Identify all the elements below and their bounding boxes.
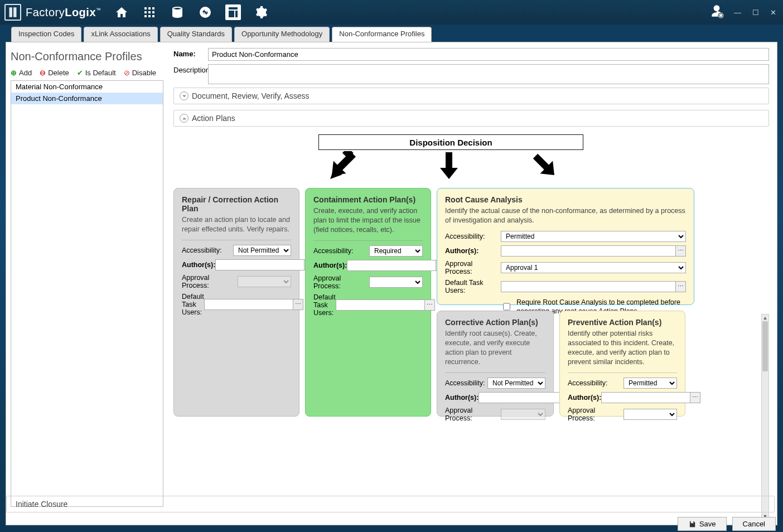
- section-action-plans[interactable]: Action Plans: [173, 110, 769, 127]
- app-logo: [4, 4, 21, 21]
- arrow-sw-icon: [327, 151, 356, 180]
- tab-opportunity-methodology[interactable]: Opportunity Methodology: [234, 27, 330, 42]
- card-corrective: Corrective Action Plan(s) Identify root …: [437, 311, 554, 417]
- corrective-accessibility-select[interactable]: Not Permitted: [487, 378, 545, 389]
- user-status-icon[interactable]: [709, 4, 724, 21]
- chevron-down-icon: [180, 91, 188, 100]
- card-repair: Repair / Correction Action Plan Create a…: [173, 188, 299, 417]
- corrective-approval-select[interactable]: [501, 409, 545, 420]
- list-item[interactable]: Product Non-Conformance: [11, 93, 163, 104]
- gear-icon[interactable]: [253, 4, 269, 20]
- rootcause-approval-select[interactable]: Approval 1: [501, 262, 686, 273]
- preventive-accessibility-select[interactable]: Permitted: [624, 378, 677, 389]
- containment-approval-select[interactable]: [369, 277, 423, 288]
- containment-authors-input[interactable]: [347, 260, 436, 271]
- left-toolbar: ⊕Add ⊖Delete ✔Is Default ⊘Disable: [11, 69, 163, 77]
- brand-text: FactoryLogix™: [26, 6, 102, 19]
- desc-label: Description:: [173, 64, 208, 74]
- rootcause-accessibility-select[interactable]: Permitted: [501, 231, 686, 242]
- delete-button[interactable]: ⊖Delete: [40, 69, 69, 77]
- picker-icon[interactable]: ⋯: [676, 281, 686, 292]
- name-label: Name:: [173, 48, 208, 58]
- picker-icon[interactable]: ⋯: [293, 299, 303, 310]
- section-document[interactable]: Document, Review, Verify, Assess: [173, 88, 769, 104]
- card-preventive: Preventive Action Plan(s) Identify other…: [559, 311, 685, 417]
- arrow-se-icon: [530, 151, 559, 180]
- page-title: Non-Conformance Profiles: [11, 50, 163, 63]
- repair-accessibility-select[interactable]: Not Permitted: [233, 245, 291, 256]
- tab-inspection-codes[interactable]: Inspection Codes: [11, 27, 81, 42]
- list-item[interactable]: Material Non-Conformance: [11, 81, 163, 93]
- card-title: Corrective Action Plan(s): [445, 318, 545, 327]
- add-button[interactable]: ⊕Add: [11, 69, 32, 77]
- card-title: Root Cause Analysis: [445, 195, 686, 204]
- chevron-up-icon: [180, 114, 188, 123]
- profile-list: Material Non-ConformanceProduct Non-Conf…: [11, 80, 163, 507]
- save-icon: [688, 520, 696, 525]
- picker-icon[interactable]: ⋯: [425, 299, 435, 311]
- card-containment: Containment Action Plan(s) Create, execu…: [305, 188, 431, 417]
- rootcause-authors-input[interactable]: [501, 245, 676, 257]
- close-window-button[interactable]: ✕: [768, 7, 779, 18]
- svg-rect-6: [446, 152, 452, 169]
- title-bar: FactoryLogix™ — ☐ ✕: [0, 0, 783, 25]
- preventive-approval-select[interactable]: [624, 409, 677, 420]
- save-button[interactable]: Save: [678, 517, 727, 525]
- picker-icon[interactable]: ⋯: [690, 392, 700, 403]
- tab-xlink-associations[interactable]: xLink Associations: [84, 27, 157, 42]
- repair-authors-input[interactable]: [215, 259, 304, 270]
- rootcause-users-input[interactable]: [501, 281, 676, 292]
- corrective-authors-input[interactable]: [478, 392, 568, 403]
- section-initiate-closure[interactable]: Initiate Closure: [168, 496, 775, 512]
- home-icon[interactable]: [114, 4, 129, 20]
- cancel-button[interactable]: Cancel: [732, 517, 776, 525]
- maximize-button[interactable]: ☐: [750, 7, 761, 18]
- report-icon[interactable]: [225, 4, 241, 20]
- repair-users-input[interactable]: [204, 299, 293, 310]
- disable-button[interactable]: ⊘Disable: [124, 69, 156, 77]
- sync-icon[interactable]: [197, 4, 213, 20]
- isdefault-button[interactable]: ✔Is Default: [77, 69, 116, 77]
- minimize-button[interactable]: —: [732, 7, 743, 18]
- desc-input[interactable]: [208, 64, 769, 84]
- vertical-scrollbar[interactable]: ▲ ▼: [761, 314, 769, 520]
- card-rootcause: Root Cause Analysis Identify the actual …: [437, 188, 694, 305]
- tab-bar: Inspection CodesxLink AssociationsQualit…: [6, 27, 777, 42]
- card-title: Preventive Action Plan(s): [568, 318, 677, 327]
- disposition-box: Disposition Decision: [318, 134, 583, 150]
- repair-approval-select[interactable]: [238, 276, 291, 287]
- tab-quality-standards[interactable]: Quality Standards: [160, 27, 232, 42]
- tab-non-conformance-profiles[interactable]: Non-Conformance Profiles: [332, 27, 432, 42]
- database-icon[interactable]: [170, 4, 185, 20]
- preventive-authors-input[interactable]: [601, 392, 690, 403]
- card-title: Repair / Correction Action Plan: [182, 195, 291, 213]
- name-input[interactable]: [208, 48, 769, 61]
- containment-users-input[interactable]: [336, 299, 425, 311]
- picker-icon[interactable]: ⋯: [676, 245, 686, 257]
- containment-accessibility-select[interactable]: Required: [369, 245, 423, 257]
- svg-marker-7: [440, 168, 458, 179]
- grid-icon[interactable]: [142, 4, 157, 20]
- flow-diagram: Disposition Decision Repair / Correction…: [173, 132, 769, 520]
- arrow-down-icon: [434, 151, 463, 180]
- card-title: Containment Action Plan(s): [313, 195, 423, 204]
